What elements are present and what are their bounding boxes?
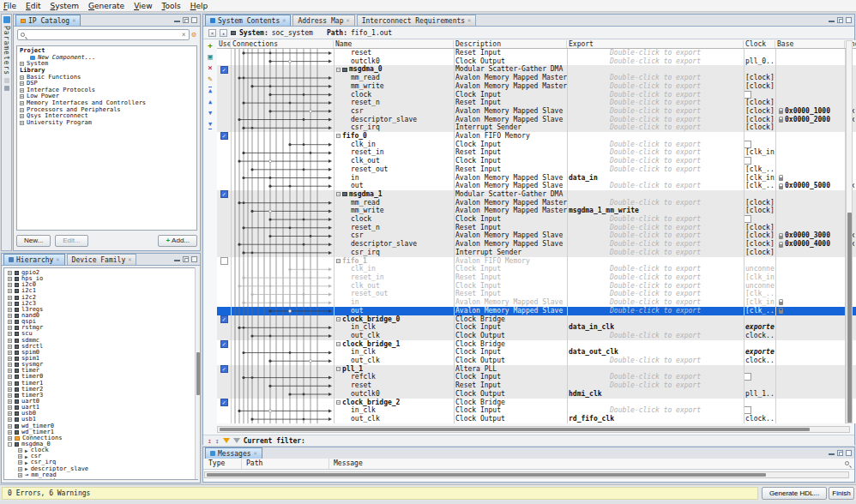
- base-cell[interactable]: [775, 224, 845, 232]
- name-cell[interactable]: reset: [334, 49, 454, 57]
- expand-icon[interactable]: +: [8, 326, 12, 330]
- use-checkbox[interactable]: ✓: [220, 132, 228, 140]
- name-cell[interactable]: mm_write: [334, 82, 454, 91]
- clock-cell[interactable]: [clock]: [744, 231, 775, 240]
- name-cell[interactable]: csr: [334, 107, 454, 116]
- base-cell[interactable]: [775, 265, 845, 273]
- export-cell[interactable]: Double-click to export: [567, 249, 744, 257]
- base-cell[interactable]: [775, 348, 845, 357]
- column-header-use[interactable]: Use: [217, 40, 231, 48]
- base-cell[interactable]: [775, 298, 845, 307]
- name-cell[interactable]: mm_read: [334, 199, 454, 207]
- use-checkbox[interactable]: ✓: [220, 190, 228, 198]
- duplicate-icon[interactable]: ▣: [208, 53, 212, 61]
- name-cell[interactable]: out_clk: [334, 332, 454, 340]
- expand-icon[interactable]: +: [8, 411, 12, 416]
- expand-icon[interactable]: +: [18, 460, 22, 465]
- export-cell[interactable]: Double-click to export: [567, 282, 744, 291]
- filter-clear-icon[interactable]: [233, 438, 240, 443]
- export-cell[interactable]: Double-click to export: [567, 99, 744, 107]
- table-row[interactable]: inAvalon Memory Mapped SlaveDouble-click…: [217, 298, 856, 307]
- maximize-button[interactable]: [191, 256, 197, 262]
- expand-icon[interactable]: +: [8, 289, 12, 293]
- export-cell[interactable]: Double-click to export: [567, 224, 744, 232]
- base-cell[interactable]: [775, 49, 845, 57]
- name-cell[interactable]: reset_n: [334, 99, 454, 107]
- table-row[interactable]: ✓−clock_bridge_0Clock Bridge: [217, 315, 856, 324]
- filter-icon[interactable]: [223, 438, 230, 443]
- tab-detach-icon[interactable]: ×: [346, 17, 349, 24]
- tab-device-family[interactable]: Device Family×: [67, 254, 137, 265]
- name-cell[interactable]: csr_irq: [334, 249, 454, 257]
- name-cell[interactable]: out_clk: [334, 357, 454, 365]
- base-cell[interactable]: [775, 148, 845, 157]
- menu-help[interactable]: Help: [190, 2, 208, 10]
- export-placeholder[interactable]: Double-click to export: [610, 215, 701, 223]
- tab-detach-icon[interactable]: ×: [467, 17, 471, 24]
- table-row[interactable]: descriptor_slaveAvalon Memory Mapped Sla…: [217, 116, 856, 124]
- expand-icon[interactable]: +: [20, 94, 24, 99]
- export-placeholder[interactable]: Double-click to export: [610, 91, 701, 99]
- base-cell[interactable]: [775, 99, 845, 107]
- name-cell[interactable]: out: [334, 307, 454, 315]
- base-cell[interactable]: [775, 365, 845, 374]
- name-cell[interactable]: clock: [334, 91, 454, 99]
- export-cell[interactable]: Double-click to export: [567, 57, 744, 66]
- export-cell[interactable]: Double-click to export: [567, 157, 744, 165]
- base-cell[interactable]: [775, 399, 845, 407]
- expand-icon[interactable]: +: [8, 424, 12, 429]
- table-row[interactable]: clk_outClock InputDouble-click to export…: [217, 157, 856, 165]
- export-cell[interactable]: Double-click to export: [567, 141, 744, 149]
- expand-icon[interactable]: +: [18, 448, 22, 453]
- export-cell[interactable]: Double-click to export: [567, 381, 744, 390]
- expand-icon[interactable]: +: [8, 277, 12, 281]
- export-cell[interactable]: [567, 65, 744, 74]
- move-top-icon[interactable]: ▲: [208, 87, 212, 95]
- clock-cell[interactable]: pll_...: [744, 91, 751, 99]
- clear-search-icon[interactable]: ×: [182, 31, 186, 39]
- export-placeholder[interactable]: Double-click to export: [610, 249, 701, 256]
- clock-cell[interactable]: [clock]: [744, 249, 775, 257]
- gear-icon[interactable]: ⚙: [192, 31, 196, 39]
- name-cell[interactable]: −clock_bridge_1: [334, 340, 454, 349]
- ip-search-field[interactable]: ×: [17, 29, 190, 40]
- tree-item[interactable]: +i2c2: [8, 295, 197, 301]
- collapse-icon[interactable]: −: [336, 192, 341, 196]
- tab-detach-icon[interactable]: ×: [72, 17, 75, 24]
- table-row[interactable]: outAvalon Memory Mapped SlaveDouble-clic…: [217, 182, 856, 190]
- export-placeholder[interactable]: Double-click to export: [610, 265, 701, 273]
- tree-item[interactable]: +→mm_write: [8, 478, 197, 480]
- column-header-clock[interactable]: Clock: [744, 40, 775, 48]
- expand-icon[interactable]: +: [8, 417, 12, 422]
- table-row[interactable]: mm_writeAvalon Memory Mapped MasterDoubl…: [217, 82, 856, 91]
- add-component-icon[interactable]: +: [208, 42, 212, 50]
- export-placeholder[interactable]: Double-click to export: [610, 332, 701, 339]
- name-cell[interactable]: −clock_bridge_2: [334, 399, 454, 407]
- menu-generate[interactable]: Generate: [88, 2, 124, 10]
- export-placeholder[interactable]: Double-click to export: [610, 148, 701, 156]
- expand-icon[interactable]: +: [18, 473, 22, 477]
- table-row[interactable]: reset_nReset InputDouble-click to export…: [217, 224, 856, 232]
- finish-button[interactable]: Finish: [829, 487, 854, 500]
- export-cell[interactable]: Double-click to export: [567, 332, 744, 340]
- name-cell[interactable]: outclk0: [334, 57, 454, 66]
- base-cell[interactable]: [751, 141, 821, 149]
- clock-cell[interactable]: [clock]: [744, 116, 775, 124]
- name-cell[interactable]: −fifo_1: [334, 257, 454, 266]
- menu-edit[interactable]: Edit: [26, 2, 40, 10]
- tree-item[interactable]: +hps_io: [8, 276, 197, 282]
- table-row[interactable]: reset_outReset InputDouble-click to expo…: [217, 165, 856, 174]
- clock-cell[interactable]: [clock]: [744, 240, 775, 249]
- tree-item[interactable]: +Basic Functions: [20, 74, 196, 81]
- clock-cell[interactable]: [744, 65, 775, 74]
- export-placeholder[interactable]: Double-click to export: [610, 199, 701, 207]
- expand-icon[interactable]: +: [8, 314, 12, 318]
- maximize-button[interactable]: [846, 17, 852, 23]
- scrollbar-thumb[interactable]: [220, 428, 810, 431]
- export-placeholder[interactable]: Double-click to export: [610, 157, 701, 165]
- table-row[interactable]: csrAvalon Memory Mapped SlaveDouble-clic…: [217, 231, 856, 240]
- table-row[interactable]: clk_outClock InputDouble-click to export…: [217, 282, 856, 291]
- table-row[interactable]: ✓−msgdma_0Modular Scatter-Gather DMA: [217, 65, 856, 74]
- expand-icon[interactable]: +: [8, 363, 12, 367]
- column-header-export[interactable]: Export: [567, 40, 744, 48]
